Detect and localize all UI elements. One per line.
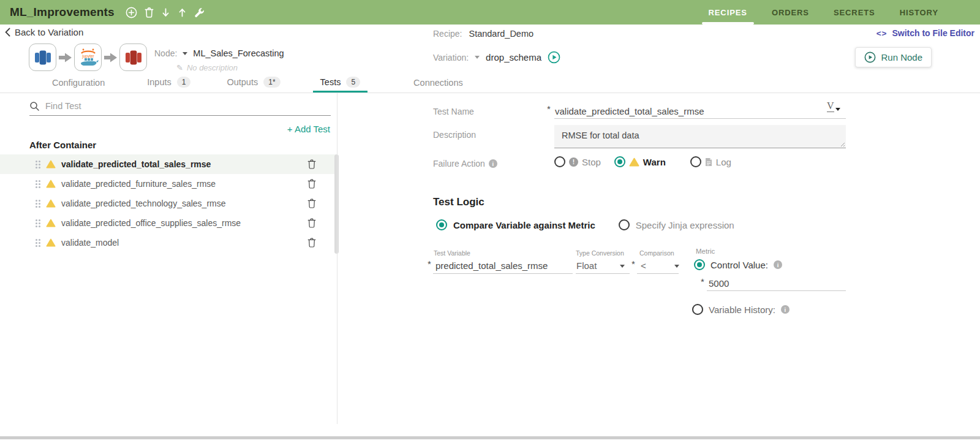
compare-mode-label: Compare Variable against Metric	[453, 220, 595, 230]
trash-icon[interactable]	[145, 7, 154, 18]
node-icon-jupyter[interactable]: jupyter	[74, 44, 102, 71]
control-value-input[interactable]: 5000	[709, 278, 729, 289]
info-icon[interactable]: i	[781, 305, 790, 314]
info-icon[interactable]: i	[489, 159, 497, 168]
test-list-item[interactable]: validate_predicted_office_supplies_sales…	[0, 213, 337, 233]
test-list-item[interactable]: validate_model	[0, 233, 337, 252]
radio-selected[interactable]	[694, 259, 705, 270]
warning-triangle-icon	[629, 157, 639, 167]
horizontal-scrollbar[interactable]	[0, 436, 980, 439]
warning-triangle-icon	[46, 238, 56, 247]
tests-count-badge: 5	[346, 77, 360, 88]
type-conversion-select[interactable]: Float	[576, 260, 597, 271]
failure-action-label: Failure Action	[433, 159, 485, 168]
chevron-left-icon	[5, 28, 10, 37]
chevron-down-icon[interactable]	[475, 56, 480, 59]
input-underline	[707, 290, 846, 291]
drag-handle-icon[interactable]	[36, 219, 37, 221]
add-circle-icon[interactable]	[126, 7, 137, 18]
flow-arrow-icon	[104, 52, 118, 63]
play-circle-icon	[864, 51, 876, 63]
run-node-button[interactable]: Run Node	[855, 47, 932, 67]
list-section-title: After Container	[29, 140, 96, 150]
log-document-icon	[705, 157, 712, 167]
search-input[interactable]	[44, 100, 289, 112]
required-asterisk: *	[701, 276, 704, 287]
nav-history[interactable]: HISTORY	[888, 0, 951, 25]
required-asterisk: *	[428, 259, 431, 269]
control-value-label: Control Value:	[710, 260, 768, 270]
delete-test-icon[interactable]	[307, 218, 316, 228]
test-list: validate_predicted_total_sales_rmse vali…	[0, 154, 337, 252]
failure-option-stop[interactable]: ! Stop	[554, 156, 601, 167]
info-icon[interactable]: i	[774, 260, 782, 269]
test-list-item[interactable]: validate_predicted_furniture_sales_rmse	[0, 174, 337, 194]
node-selector-group: Node: ML_Sales_Forecasting ✎ No descript…	[154, 48, 284, 72]
variation-selector-group: Variation: drop_schema	[433, 51, 560, 64]
radio-selected[interactable]	[436, 219, 447, 230]
drag-handle-icon[interactable]	[36, 161, 37, 162]
comparison-select[interactable]: <	[641, 260, 646, 271]
pencil-icon: ✎	[176, 63, 183, 72]
nav-secrets[interactable]: SECRETS	[821, 0, 888, 25]
back-to-variation-link[interactable]: Back to Variation	[5, 27, 83, 37]
warn-label: Warn	[643, 157, 666, 167]
metric-option-variable-history[interactable]: Variable History: i	[692, 304, 790, 315]
delete-test-icon[interactable]	[307, 159, 316, 169]
nav-orders[interactable]: ORDERS	[760, 0, 821, 25]
delete-test-icon[interactable]	[307, 238, 316, 248]
required-asterisk: *	[631, 259, 635, 269]
drag-handle-icon[interactable]	[36, 200, 37, 202]
tab-configuration[interactable]: Configuration	[45, 78, 112, 93]
warning-triangle-icon	[46, 160, 56, 168]
test-detail-form: Test Name * validate_predicted_total_sal…	[337, 93, 980, 436]
tab-connections[interactable]: Connections	[406, 78, 470, 93]
play-circle-icon[interactable]	[548, 51, 560, 64]
drag-handle-icon[interactable]	[36, 180, 37, 182]
logic-mode-jinja[interactable]: Specify Jinja expression	[619, 219, 734, 230]
tab-inputs[interactable]: Inputs1	[140, 77, 198, 93]
nav-recipes[interactable]: RECIPES	[696, 0, 760, 25]
logic-mode-compare[interactable]: Compare Variable against Metric	[436, 219, 595, 230]
node-icon-database-blue[interactable]	[29, 44, 56, 71]
node-description[interactable]: ✎ No description	[176, 63, 284, 72]
delete-test-icon[interactable]	[307, 199, 316, 208]
variation-value-dropdown[interactable]: drop_schema	[486, 52, 541, 62]
node-icon-database-red[interactable]	[119, 44, 147, 71]
failure-option-warn[interactable]: Warn	[614, 156, 666, 167]
failure-option-log[interactable]: Log	[690, 156, 731, 167]
switch-to-file-editor-link[interactable]: <> Switch to File Editor	[876, 28, 974, 38]
test-name: validate_predicted_technology_sales_rmse	[61, 199, 226, 208]
pipeline-preview: jupyter	[29, 44, 147, 71]
metric-option-control-value[interactable]: Control Value: i	[694, 259, 782, 270]
add-test-button[interactable]: + Add Test	[287, 124, 330, 134]
tab-tests[interactable]: Tests5	[313, 77, 368, 93]
insert-variable-icon[interactable]: V	[827, 101, 840, 112]
radio-unselected[interactable]	[554, 156, 565, 167]
required-asterisk: *	[547, 104, 551, 114]
node-name-dropdown[interactable]: ML_Sales_Forecasting	[193, 48, 284, 58]
flow-arrow-icon	[58, 52, 72, 63]
radio-selected[interactable]	[614, 156, 625, 167]
test-list-item[interactable]: validate_predicted_total_sales_rmse	[0, 154, 337, 174]
arrow-up-icon[interactable]	[178, 7, 187, 18]
radio-unselected[interactable]	[692, 304, 703, 315]
test-variable-input[interactable]: predicted_total_sales_rmse	[435, 260, 548, 271]
delete-test-icon[interactable]	[307, 179, 316, 189]
variation-label: Variation:	[433, 53, 469, 62]
arrow-down-icon[interactable]	[161, 7, 170, 18]
description-input[interactable]: RMSE for total data	[554, 125, 846, 148]
drag-handle-icon[interactable]	[36, 239, 37, 241]
radio-unselected[interactable]	[690, 156, 701, 167]
chevron-down-icon[interactable]	[183, 52, 187, 55]
tab-outputs[interactable]: Outputs1*	[219, 77, 287, 93]
app-header: ML_Improvements RECIPES ORDERS SECRETS H…	[0, 0, 980, 25]
radio-unselected[interactable]	[619, 219, 630, 230]
test-name-input[interactable]: validate_predicted_total_sales_rmse	[555, 106, 704, 116]
chevron-down-icon[interactable]	[620, 265, 625, 268]
wrench-icon[interactable]	[194, 7, 205, 18]
description-placeholder: No description	[187, 63, 238, 72]
test-list-item[interactable]: validate_predicted_technology_sales_rmse	[0, 194, 337, 213]
inputs-count-badge: 1	[177, 77, 191, 88]
chevron-down-icon[interactable]	[674, 265, 679, 268]
